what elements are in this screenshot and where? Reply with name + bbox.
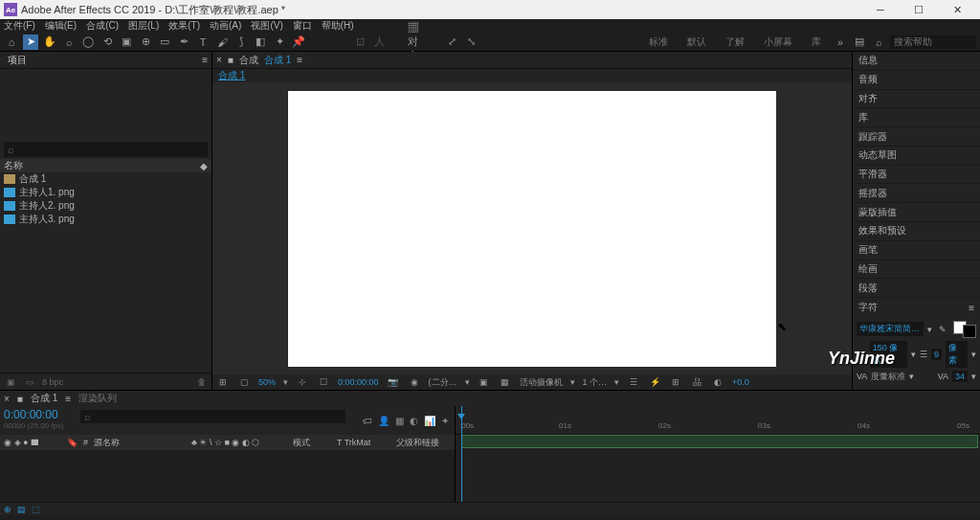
timeline-tab-name[interactable]: 合成 1 <box>31 392 57 405</box>
panel-smoother[interactable]: 平滑器 <box>853 166 980 185</box>
motion-blur-icon[interactable]: ◐ <box>410 416 418 426</box>
roi-icon[interactable]: ▣ <box>478 375 491 389</box>
panel-align[interactable]: 对齐 <box>853 90 980 109</box>
frame-blend-icon[interactable]: ▦ <box>395 416 404 426</box>
hand-tool[interactable]: ✋ <box>42 34 57 50</box>
panel-audio[interactable]: 音频 <box>853 71 980 90</box>
graph-editor-icon[interactable]: 📊 <box>424 416 435 426</box>
project-list[interactable]: 合成 1 主持人1. png 主持人2. png 主持人3. png <box>0 172 212 373</box>
panel-wiggler[interactable]: 摇摆器 <box>853 184 980 203</box>
timeline-tracks[interactable] <box>456 435 980 502</box>
panel-info[interactable]: 信息 <box>853 52 980 71</box>
draft3d-icon[interactable]: ✦ <box>441 416 449 426</box>
panel-mask-interp[interactable]: 蒙版插值 <box>853 203 980 222</box>
work-area-bar[interactable] <box>461 435 978 448</box>
project-item[interactable]: 主持人3. png <box>0 213 212 226</box>
col-switches[interactable]: ♣ ☀ \ ☆ ■ ◉ ◐ ⬡ <box>191 438 287 447</box>
col-parent[interactable]: 父级和链接 <box>396 437 439 449</box>
font-size-field[interactable]: 150 像素 <box>870 341 907 368</box>
panel-menu-icon[interactable]: ▤ <box>852 34 867 50</box>
panel-paint[interactable]: 绘画 <box>853 260 980 280</box>
composition-canvas[interactable] <box>288 91 776 367</box>
snap2-icon[interactable]: ⤢ <box>444 34 459 50</box>
playhead[interactable] <box>461 406 462 502</box>
search-help-input[interactable] <box>890 35 976 49</box>
transparency-icon[interactable]: ▦ <box>499 375 512 389</box>
mask-icon[interactable]: ☐ <box>317 375 330 389</box>
puppet-tool[interactable]: 📌 <box>291 34 306 50</box>
workspace-library[interactable]: 库 <box>812 35 821 49</box>
timeline-layers[interactable] <box>0 450 455 502</box>
eraser-tool[interactable]: ◧ <box>253 34 268 50</box>
panel-motion-sketch[interactable]: 动态草图 <box>853 147 980 166</box>
panel-tracker[interactable]: 跟踪器 <box>853 127 980 147</box>
zoom-level[interactable]: 50% <box>258 377 276 387</box>
timeline-search[interactable]: ⌕ <box>80 410 345 423</box>
col-label-icon[interactable]: 🔖 <box>67 438 78 447</box>
timeline-timecode[interactable]: 0:00:00:00 <box>4 408 73 421</box>
snap3-icon[interactable]: ⤡ <box>463 34 479 50</box>
project-tab[interactable]: 项目 <box>4 54 31 67</box>
text-tool[interactable]: T <box>195 34 211 50</box>
maximize-button[interactable]: ☐ <box>900 0 938 19</box>
panel-menu-icon[interactable]: ≡ <box>969 303 974 313</box>
project-item[interactable]: 合成 1 <box>0 172 212 186</box>
camera-tool[interactable]: ▣ <box>119 34 134 50</box>
bpc-display[interactable]: 8 bpc <box>42 377 63 387</box>
tracking-field[interactable]: 34 <box>952 371 968 382</box>
project-item[interactable]: 主持人2. png <box>0 199 212 213</box>
menu-window[interactable]: 窗口 <box>293 19 312 33</box>
col-source-name[interactable]: 源名称 <box>94 437 186 449</box>
home-icon[interactable]: ⌂ <box>4 34 19 50</box>
menu-effect[interactable]: 效果(T) <box>168 19 200 33</box>
current-time[interactable]: 0:00:00:00 <box>338 377 379 387</box>
workspace-more-icon[interactable]: » <box>833 34 848 50</box>
col-type-icon[interactable]: ◆ <box>200 161 208 171</box>
timeline-track-area[interactable]: :00s 01s 02s 03s 04s 05s <box>456 406 980 502</box>
workspace-default[interactable]: 默认 <box>687 35 706 49</box>
minimize-button[interactable]: ─ <box>861 0 900 19</box>
snap-icon[interactable]: ⊡ <box>352 34 368 50</box>
comp-tab-name[interactable]: 合成 1 <box>264 54 291 67</box>
interpret-icon[interactable]: ▣ <box>4 375 17 389</box>
menu-animation[interactable]: 动画(A) <box>210 19 241 33</box>
toggle-modes-icon[interactable]: ▤ <box>17 505 26 514</box>
comp-breadcrumb[interactable]: 合成 1 <box>212 69 852 82</box>
shy-icon[interactable]: 👤 <box>378 416 390 426</box>
col-toggles[interactable]: ◉ ◈ ● ⯀ <box>4 438 61 447</box>
panel-effects[interactable]: 效果和预设 <box>853 222 980 241</box>
col-number[interactable]: # <box>83 438 88 447</box>
brush-tool[interactable]: 🖌 <box>214 34 230 50</box>
timeline-ruler[interactable]: :00s 01s 02s 03s 04s 05s <box>456 406 980 435</box>
rotate-tool[interactable]: ⟲ <box>100 34 115 50</box>
comp-panel-menu-icon[interactable]: ≡ <box>297 55 302 65</box>
font-family-select[interactable]: 华康雅宋简简… <box>857 322 924 336</box>
project-search[interactable]: ⌕ <box>4 142 208 157</box>
folder-icon[interactable]: ▭ <box>23 375 36 389</box>
color-swatch[interactable] <box>953 321 976 338</box>
magnify-icon[interactable]: ⊞ <box>216 375 230 389</box>
comp-mini-flowchart-icon[interactable]: 🏷 <box>363 416 372 426</box>
col-trkmat[interactable]: T TrkMat <box>337 438 390 447</box>
zoom-tool[interactable]: ⌕ <box>61 34 77 50</box>
exposure-value[interactable]: +0.0 <box>732 377 749 387</box>
flowchart-icon[interactable]: 品 <box>690 375 703 389</box>
fast-preview-icon[interactable]: ⚡ <box>648 375 661 389</box>
render-queue-tab[interactable]: 渲染队列 <box>78 392 117 405</box>
timeline-tab-menu-icon[interactable]: ≡ <box>65 394 71 404</box>
workspace-standard[interactable]: 标准 <box>649 35 668 49</box>
grid-icon[interactable]: ▦对齐 <box>408 34 423 50</box>
roto-tool[interactable]: ✦ <box>272 34 287 50</box>
kerning-field[interactable]: 度量标准 <box>871 371 905 383</box>
project-item[interactable]: 主持人1. png <box>0 186 212 199</box>
clone-tool[interactable]: ⟆ <box>234 34 249 50</box>
leading-auto-field[interactable]: 9 <box>931 349 942 360</box>
panel-paragraph[interactable]: 段落 <box>853 279 980 298</box>
res-icon[interactable]: ▢ <box>237 375 251 389</box>
align-icon[interactable]: 人 <box>371 34 387 50</box>
toggle-parent-icon[interactable]: ⬚ <box>32 505 40 514</box>
orbit-tool[interactable]: ◯ <box>80 34 96 50</box>
timeline-icon[interactable]: ⊞ <box>669 375 682 389</box>
panel-library[interactable]: 库 <box>853 108 980 127</box>
panel-character[interactable]: 字符 ≡ <box>853 298 980 317</box>
